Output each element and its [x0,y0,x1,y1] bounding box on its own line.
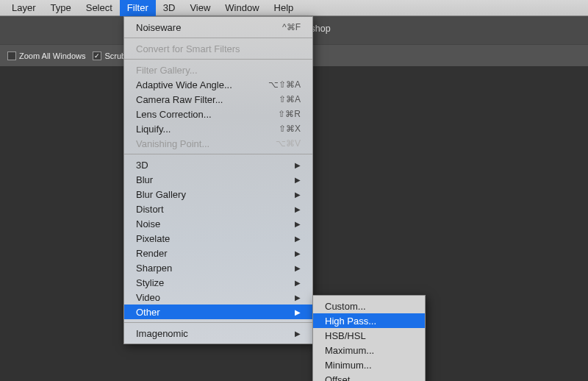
checkbox-box: ✓ [93,51,101,60]
menuitem-blur-gallery[interactable]: Blur Gallery ▶ [124,187,312,202]
menuitem-noise[interactable]: Noise ▶ [124,216,312,231]
menuitem-label: Distort [136,204,284,215]
menuitem-blur[interactable]: Blur ▶ [124,172,312,187]
submenu-arrow-icon: ▶ [295,220,301,228]
menu-filter[interactable]: Filter [120,0,156,16]
menuitem-label: Offset... [325,374,413,382]
menuitem-vanishing-point: Vanishing Point... ⌥⌘V [124,136,312,151]
menuitem-label: Pixelate [136,233,284,244]
menuitem-imagenomic[interactable]: Imagenomic ▶ [124,326,312,341]
menuitem-offset[interactable]: Offset... [313,372,425,381]
checkbox-box [7,51,16,60]
menu-separator [124,322,312,323]
submenu-arrow-icon: ▶ [295,330,301,338]
submenu-arrow-icon: ▶ [295,249,301,257]
menuitem-label: Camera Raw Filter... [136,94,257,105]
menu-separator [124,38,312,38]
menuitem-label: Imagenomic [136,328,284,339]
menuitem-label: Lens Correction... [136,109,257,120]
menu-type[interactable]: Type [43,0,79,16]
menuitem-label: Filter Gallery... [136,65,301,76]
filter-menu: Noiseware ^⌘F Convert for Smart Filters … [123,16,313,344]
menuitem-label: Adaptive Wide Angle... [136,79,257,90]
menu-window[interactable]: Window [218,0,266,16]
menuitem-shortcut: ^⌘F [264,22,301,32]
menuitem-shortcut: ⇧⌘R [264,109,301,119]
menuitem-shortcut: ⇧⌘A [264,94,301,104]
menuitem-liquify[interactable]: Liquify... ⇧⌘X [124,121,312,136]
menuitem-lens-correction[interactable]: Lens Correction... ⇧⌘R [124,107,312,121]
menuitem-label: Blur Gallery [136,189,284,200]
menuitem-3d[interactable]: 3D ▶ [124,157,312,172]
menuitem-label: Video [136,292,284,303]
menuitem-maximum[interactable]: Maximum... [313,343,425,357]
menuitem-noiseware[interactable]: Noiseware ^⌘F [124,20,312,35]
menu-separator [124,154,312,154]
menuitem-shortcut: ⌥⇧⌘A [264,79,301,90]
submenu-arrow-icon: ▶ [295,293,301,302]
menuitem-label: Other [136,307,284,318]
menu-help[interactable]: Help [267,0,301,16]
menuitem-shortcut: ⇧⌘X [264,124,301,134]
menuitem-label: Custom... [325,301,413,312]
menuitem-label: Render [136,248,284,259]
zoom-all-windows-label: Zoom All Windows [19,51,85,60]
other-submenu: Custom... High Pass... HSB/HSL Maximum..… [312,295,426,381]
menuitem-minimum[interactable]: Minimum... [313,357,425,372]
submenu-arrow-icon: ▶ [295,264,301,272]
menuitem-label: Noise [136,218,284,229]
submenu-arrow-icon: ▶ [295,205,301,213]
menu-select[interactable]: Select [79,0,120,16]
menu-view[interactable]: View [182,0,218,16]
menuitem-label: Stylize [136,277,284,288]
menuitem-label: Vanishing Point... [136,138,257,149]
menuitem-sharpen[interactable]: Sharpen ▶ [124,260,312,275]
menuitem-filter-gallery: Filter Gallery... [124,63,312,77]
menu-3d[interactable]: 3D [156,0,183,16]
menuitem-adaptive-wide-angle[interactable]: Adaptive Wide Angle... ⌥⇧⌘A [124,77,312,92]
menuitem-other[interactable]: Other ▶ [124,305,312,319]
menuitem-camera-raw-filter[interactable]: Camera Raw Filter... ⇧⌘A [124,92,312,107]
menuitem-high-pass[interactable]: High Pass... [313,313,425,328]
menuitem-label: HSB/HSL [325,330,413,341]
menuitem-video[interactable]: Video ▶ [124,290,312,305]
menubar: Layer Type Select Filter 3D View Window … [0,0,588,16]
menuitem-stylize[interactable]: Stylize ▶ [124,275,312,290]
submenu-arrow-icon: ▶ [295,190,301,199]
menuitem-label: Liquify... [136,124,257,135]
menuitem-pixelate[interactable]: Pixelate ▶ [124,231,312,246]
submenu-arrow-icon: ▶ [295,308,301,316]
menuitem-label: Noiseware [136,22,257,33]
menuitem-label: Sharpen [136,263,284,274]
menuitem-label: High Pass... [325,316,413,327]
menu-separator [124,59,312,60]
menuitem-label: Convert for Smart Filters [136,43,301,54]
menuitem-render[interactable]: Render ▶ [124,246,312,260]
menuitem-label: Blur [136,174,284,185]
menuitem-label: 3D [136,160,284,171]
menu-layer[interactable]: Layer [4,0,43,16]
menuitem-label: Maximum... [325,345,413,356]
menuitem-shortcut: ⌥⌘V [264,138,301,149]
menuitem-convert-smart-filters: Convert for Smart Filters [124,41,312,56]
menuitem-label: Minimum... [325,360,413,371]
submenu-arrow-icon: ▶ [295,176,301,184]
zoom-all-windows-checkbox[interactable]: Zoom All Windows [7,51,85,60]
menuitem-distort[interactable]: Distort ▶ [124,202,312,216]
submenu-arrow-icon: ▶ [295,235,301,243]
menuitem-hsb-hsl[interactable]: HSB/HSL [313,328,425,343]
submenu-arrow-icon: ▶ [295,279,301,287]
menuitem-custom[interactable]: Custom... [313,299,425,313]
submenu-arrow-icon: ▶ [295,161,301,169]
